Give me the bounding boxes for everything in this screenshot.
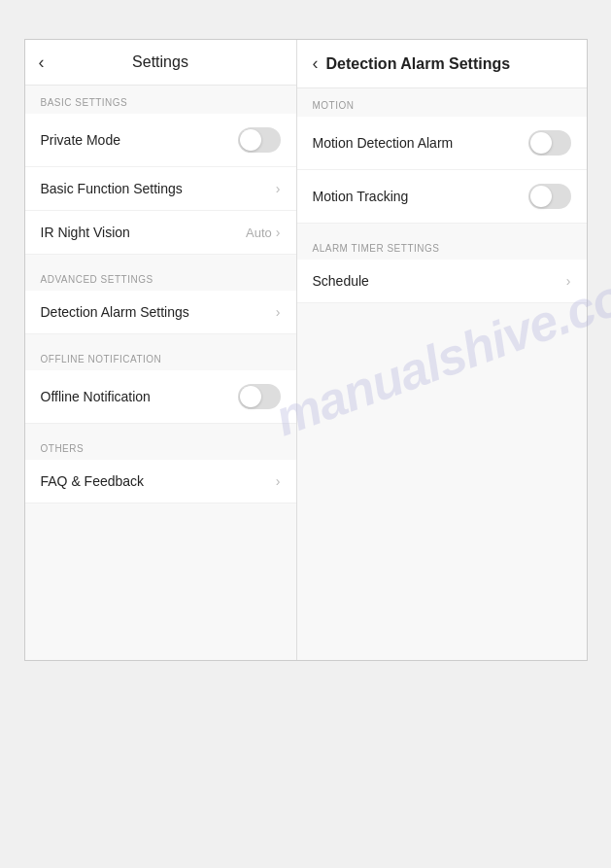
detection-alarm-settings-item[interactable]: Detection Alarm Settings › [25,291,296,334]
offline-notification-toggle-knob [240,386,261,407]
motion-section-label: MOTION [297,88,587,117]
gap-1 [25,255,296,262]
detection-alarm-settings-label: Detection Alarm Settings [41,304,189,320]
settings-back-button[interactable]: ‹ [39,52,45,73]
faq-feedback-chevron: › [276,473,281,489]
ir-night-vision-chevron: › [276,225,281,240]
motion-detection-alarm-label: Motion Detection Alarm [313,135,454,151]
ir-night-vision-value: Auto [246,226,272,240]
detection-alarm-title: Detection Alarm Settings [326,55,511,73]
left-panel: ‹ Settings BASIC SETTINGS Private Mode B… [25,40,297,660]
private-mode-toggle[interactable] [238,127,281,153]
basic-function-settings-chevron: › [276,181,281,196]
right-panel: ‹ Detection Alarm Settings MOTION Motion… [297,40,587,660]
gap-3 [25,424,296,432]
offline-notification-toggle[interactable] [238,384,281,409]
left-panel-header: ‹ Settings [25,40,296,86]
basic-function-settings-label: Basic Function Settings [41,181,183,196]
motion-tracking-knob [530,186,552,207]
detection-alarm-settings-chevron: › [276,304,281,320]
ir-night-vision-label: IR Night Vision [41,225,130,240]
gap-2 [25,334,296,342]
motion-tracking-label: Motion Tracking [313,189,409,204]
basic-settings-label: BASIC SETTINGS [25,86,296,114]
private-mode-item[interactable]: Private Mode [25,114,296,167]
schedule-chevron: › [566,273,571,289]
motion-detection-alarm-knob [530,132,552,154]
ir-night-vision-item[interactable]: IR Night Vision Auto › [25,211,296,255]
detection-back-button[interactable]: ‹ [313,53,319,74]
offline-notification-section-label: OFFLINE NOTIFICATION [25,342,296,370]
others-label: OTHERS [25,432,296,460]
motion-tracking-item[interactable]: Motion Tracking [297,170,587,224]
motion-detection-alarm-toggle[interactable] [528,130,571,156]
right-gap-1 [297,224,587,231]
ir-night-vision-right: Auto › [246,225,280,240]
page-wrapper: ‹ Settings BASIC SETTINGS Private Mode B… [24,39,588,661]
advanced-settings-label: ADVANCED SETTINGS [25,262,296,291]
offline-notification-item[interactable]: Offline Notification [25,370,296,424]
basic-function-settings-item[interactable]: Basic Function Settings › [25,167,296,211]
settings-title: Settings [132,53,188,71]
motion-detection-alarm-item[interactable]: Motion Detection Alarm [297,117,587,170]
schedule-label: Schedule [313,273,369,289]
schedule-item[interactable]: Schedule › [297,260,587,303]
private-mode-toggle-knob [240,129,261,151]
alarm-timer-settings-label: ALARM TIMER SETTINGS [297,231,587,260]
faq-feedback-item[interactable]: FAQ & Feedback › [25,460,296,503]
offline-notification-label: Offline Notification [41,389,151,404]
right-panel-header: ‹ Detection Alarm Settings [297,40,587,88]
motion-tracking-toggle[interactable] [528,184,571,209]
faq-feedback-label: FAQ & Feedback [41,473,145,489]
private-mode-label: Private Mode [41,132,120,148]
